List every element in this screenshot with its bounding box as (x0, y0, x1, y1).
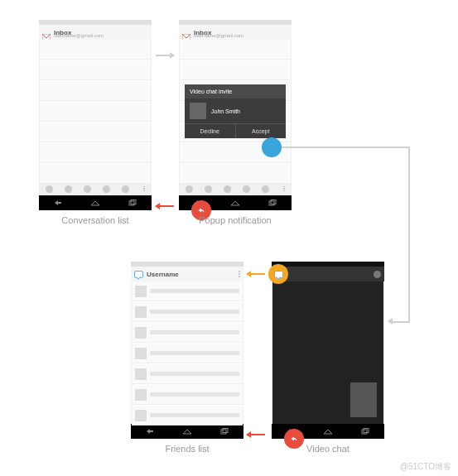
nav-recent-icon[interactable] (359, 427, 371, 435)
gmail-icon (182, 29, 190, 36)
list-item[interactable] (132, 406, 243, 426)
page-dot[interactable] (122, 185, 129, 193)
svg-rect-4 (269, 201, 274, 205)
app-bar: Inbox username@gmail.com (179, 25, 292, 40)
caption-conversation: Conversation list (39, 215, 152, 225)
list-item[interactable] (40, 81, 151, 101)
highlight-app-icon (268, 264, 288, 284)
list-item (180, 60, 291, 80)
caption-popup: Popup notification (179, 215, 292, 225)
diagram-canvas: Inbox username@gmail.com Conversation li… (0, 0, 458, 476)
avatar (190, 103, 206, 119)
list-item (180, 164, 291, 184)
list-item[interactable] (40, 143, 151, 163)
arrow-conv-to-popup (156, 55, 174, 56)
list-item[interactable] (40, 60, 151, 80)
inviter-name: John Smith (211, 108, 240, 114)
page-dot (205, 185, 212, 193)
nav-back-icon[interactable] (52, 199, 64, 207)
talk-icon (134, 271, 143, 278)
list-item[interactable] (40, 102, 151, 122)
svg-rect-2 (131, 200, 136, 204)
connector-accept-h2 (391, 321, 410, 323)
watermark: @51CTO博客 (400, 461, 451, 473)
avatar (135, 368, 147, 380)
overflow-icon[interactable] (143, 186, 145, 192)
svg-rect-8 (362, 430, 367, 434)
app-title: Username (147, 271, 179, 278)
screen-popup-notification: Inbox username@gmail.com Video chat invi… (179, 20, 292, 210)
arrow-popup-back-to-conv (156, 205, 174, 207)
back-icon (289, 435, 299, 443)
list-item[interactable] (40, 123, 151, 142)
nav-home-icon[interactable] (181, 427, 193, 435)
avatar (135, 286, 147, 297)
back-icon (196, 206, 206, 214)
accept-button[interactable]: Accept (235, 123, 287, 138)
svg-rect-7 (223, 429, 228, 433)
nav-home-icon[interactable] (322, 427, 334, 435)
page-dot (186, 185, 193, 193)
page-dot[interactable] (46, 185, 53, 193)
list-item (180, 40, 291, 60)
overflow-icon[interactable] (239, 271, 240, 277)
avatar (135, 410, 147, 421)
popup-title: Video chat invite (185, 84, 286, 99)
nav-back-icon[interactable] (144, 427, 156, 435)
list-item[interactable] (40, 164, 151, 184)
nav-home-icon[interactable] (229, 199, 241, 207)
overflow-icon (283, 186, 285, 192)
avatar (135, 306, 147, 318)
name-placeholder (150, 413, 239, 417)
page-dot[interactable] (84, 185, 91, 193)
list-item[interactable] (132, 323, 243, 343)
caption-friends: Friends list (131, 444, 243, 454)
app-bar (272, 267, 384, 281)
svg-rect-1 (129, 201, 134, 205)
svg-rect-9 (364, 429, 369, 433)
highlight-accept-button (262, 137, 282, 157)
app-subtitle: username@gmail.com (54, 33, 104, 38)
conversation-list[interactable] (39, 40, 152, 182)
page-dot[interactable] (103, 185, 110, 193)
popup-actions: Decline Accept (185, 123, 286, 138)
connector-accept-arrowhead (388, 318, 393, 325)
nav-recent-icon[interactable] (127, 199, 138, 207)
nav-recent-icon[interactable] (267, 199, 278, 207)
list-item[interactable] (132, 344, 243, 363)
app-bar: Username (131, 267, 243, 281)
self-view[interactable] (350, 382, 377, 417)
name-placeholder (150, 310, 239, 314)
name-placeholder (150, 351, 239, 355)
svg-rect-5 (271, 200, 276, 204)
app-subtitle: username@gmail.com (194, 33, 243, 38)
screen-conversation-list: Inbox username@gmail.com (39, 20, 152, 210)
nav-home-icon[interactable] (89, 199, 101, 207)
list-item[interactable] (132, 281, 243, 301)
avatar (135, 389, 147, 401)
friends-list[interactable] (131, 281, 243, 424)
nav-recent-icon[interactable] (219, 427, 230, 435)
list-item[interactable] (40, 40, 151, 60)
name-placeholder (150, 372, 239, 376)
name-placeholder (150, 289, 239, 293)
page-dot (243, 185, 250, 193)
arrow-video-appicon-to-friends (247, 273, 265, 275)
decline-button[interactable]: Decline (185, 123, 235, 138)
avatar (135, 348, 147, 359)
svg-rect-6 (221, 430, 226, 434)
list-item[interactable] (132, 385, 243, 405)
popup-body: John Smith (185, 99, 286, 123)
conversation-list-bg: Video chat invite John Smith Decline Acc… (179, 40, 292, 182)
list-item[interactable] (132, 302, 243, 322)
app-bar: Inbox username@gmail.com (39, 25, 152, 40)
caption-video: Video chat (272, 444, 384, 454)
list-item[interactable] (132, 364, 243, 384)
page-dot (224, 185, 231, 193)
video-area[interactable] (272, 281, 384, 424)
screen-video-chat (272, 262, 384, 439)
action-dot[interactable] (374, 271, 381, 278)
name-placeholder (150, 392, 239, 397)
page-dot[interactable] (65, 185, 72, 193)
video-invite-popup: Video chat invite John Smith Decline Acc… (185, 84, 286, 138)
